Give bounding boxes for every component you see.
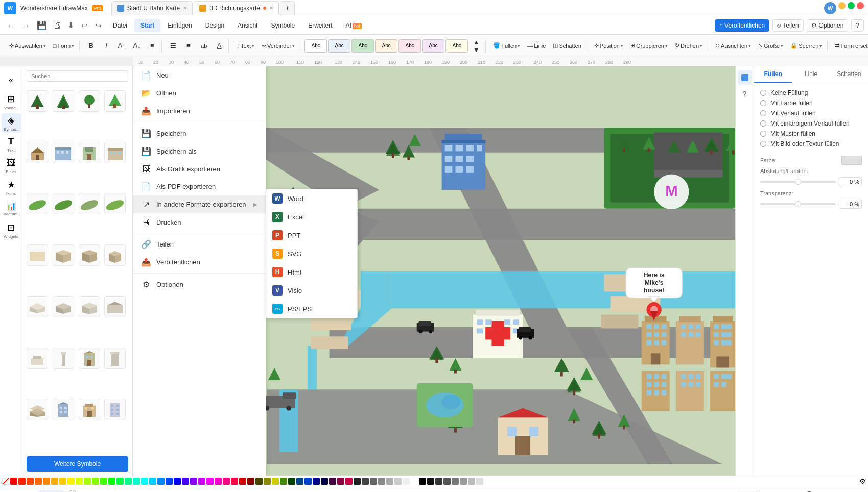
- connector-btn[interactable]: ↝Verbinder▾: [259, 40, 298, 51]
- menu-item-andere-formate[interactable]: ↗ In andere Formate exportieren ▶: [133, 195, 266, 213]
- menu-tab-ai[interactable]: AIhot: [339, 19, 368, 32]
- palette-color[interactable]: [223, 478, 230, 485]
- symbol-search-input[interactable]: [27, 70, 128, 82]
- style-box-5[interactable]: Abc: [398, 39, 421, 53]
- back-btn[interactable]: ←: [4, 19, 17, 32]
- symbol-item[interactable]: [79, 348, 100, 369]
- text-tool-btn[interactable]: TText▾: [233, 41, 257, 51]
- group-toolbar-btn[interactable]: ⊞Gruppieren▾: [627, 40, 671, 51]
- publish-btn[interactable]: ↑Veröffentlichen: [715, 19, 769, 32]
- undo-btn[interactable]: ↩: [78, 19, 90, 32]
- font-size-up-btn[interactable]: A↑: [114, 39, 129, 53]
- more-symbols-btn[interactable]: Weitere Symbole: [27, 456, 128, 472]
- symbol-item[interactable]: [104, 244, 126, 266]
- palette-color[interactable]: [255, 478, 263, 485]
- fill-option-farbe[interactable]: Mit Farbe füllen: [760, 100, 862, 107]
- palette-color[interactable]: [141, 478, 148, 485]
- fit-btn[interactable]: ⊡: [846, 490, 852, 493]
- palette-color[interactable]: [18, 478, 26, 485]
- style-box-4[interactable]: Abc: [375, 39, 397, 53]
- forward-btn[interactable]: →: [19, 19, 33, 32]
- right-icon-fill[interactable]: [738, 70, 752, 85]
- symbol-item[interactable]: [53, 399, 74, 420]
- tab-3d-richtung[interactable]: 3D Richtungskarte ✕: [194, 1, 279, 15]
- styles-more-btn[interactable]: ▲▼: [469, 39, 483, 53]
- symbol-item[interactable]: [79, 142, 100, 163]
- user-avatar[interactable]: W: [824, 2, 836, 14]
- share-btn[interactable]: ⎋Teilen: [772, 19, 803, 32]
- symbol-item[interactable]: [27, 90, 48, 112]
- palette-color[interactable]: [59, 478, 66, 485]
- tab-fuellen[interactable]: Füllen: [754, 66, 792, 83]
- sidebar-item-symbole[interactable]: ◈ Symbo..: [2, 113, 21, 133]
- menu-item-importieren[interactable]: 📥 Importieren: [133, 102, 266, 120]
- fill-option-verlauf[interactable]: Mit Verlauf füllen: [760, 110, 862, 117]
- font-size-down-btn[interactable]: A↓: [130, 39, 144, 53]
- palette-color[interactable]: [272, 478, 279, 485]
- palette-color[interactable]: [27, 478, 34, 485]
- fill-option-einfarbig[interactable]: Mit einfarbigem Verlauf füllen: [760, 120, 862, 127]
- radio-verlauf[interactable]: [760, 110, 766, 116]
- canvas-area[interactable]: Richtung 90 100 110 120 130 140 150 160 …: [133, 66, 735, 476]
- menu-tab-erweitert[interactable]: Erweitert: [302, 19, 338, 32]
- transparenz-input[interactable]: [839, 200, 862, 209]
- position-toolbar-btn[interactable]: ⊹Position▾: [591, 40, 626, 51]
- fill-option-bild[interactable]: Mit Bild oder Textur füllen: [760, 140, 862, 147]
- palette-color[interactable]: [215, 478, 222, 485]
- palette-color[interactable]: [10, 478, 17, 485]
- symbol-item[interactable]: [53, 244, 74, 266]
- zoom-in-btn[interactable]: +: [818, 490, 823, 493]
- symbol-item[interactable]: [79, 193, 100, 214]
- add-page-btn[interactable]: +: [68, 490, 77, 493]
- align-left-btn[interactable]: ≡: [145, 39, 159, 53]
- maximize-btn[interactable]: [848, 2, 855, 9]
- palette-color[interactable]: [403, 478, 410, 485]
- menu-item-veroeffentlichen[interactable]: 📤 Veröffentlichen: [133, 253, 266, 271]
- radio-farbe[interactable]: [760, 100, 766, 106]
- palette-color[interactable]: [108, 478, 115, 485]
- export-word[interactable]: W Word: [266, 189, 357, 208]
- tab-close-2[interactable]: ✕: [269, 5, 273, 11]
- palette-color[interactable]: [435, 478, 442, 485]
- symbol-item[interactable]: [79, 90, 100, 112]
- palette-color[interactable]: [51, 478, 58, 485]
- palette-color[interactable]: [76, 478, 83, 485]
- right-icon-help[interactable]: ?: [738, 87, 752, 101]
- sidebar-item-text[interactable]: T Text: [2, 135, 21, 154]
- ab-btn[interactable]: ab: [197, 39, 211, 53]
- palette-color[interactable]: [476, 478, 483, 485]
- radio-keine[interactable]: [760, 90, 766, 96]
- menu-item-als-pdf[interactable]: 📄 Als PDF exportieren: [133, 178, 266, 195]
- symbol-item[interactable]: [27, 399, 48, 420]
- palette-color[interactable]: [166, 478, 173, 485]
- palette-color[interactable]: [264, 478, 271, 485]
- style-box-6[interactable]: Abc: [422, 39, 444, 53]
- export-html[interactable]: H Html: [266, 263, 357, 281]
- symbol-item[interactable]: [53, 296, 74, 317]
- menu-tab-einfuegen[interactable]: Einfügen: [161, 19, 198, 32]
- replace-toolbar-btn[interactable]: ⇄Form ersetzen▾: [832, 40, 868, 51]
- add-tab-btn[interactable]: +: [280, 1, 295, 15]
- fill-toolbar-btn[interactable]: 🪣Füllen▾: [490, 40, 523, 51]
- radio-einfarbig[interactable]: [760, 120, 766, 127]
- palette-color[interactable]: [100, 478, 107, 485]
- fit-page-btn[interactable]: ⊞: [856, 490, 862, 493]
- bold-btn[interactable]: B: [84, 39, 98, 53]
- symbol-item[interactable]: [104, 399, 126, 420]
- palette-color[interactable]: [239, 478, 246, 485]
- fill-option-muster[interactable]: Mit Muster füllen: [760, 130, 862, 137]
- print-btn[interactable]: 🖨: [51, 19, 63, 32]
- palette-color[interactable]: [427, 478, 434, 485]
- palette-color[interactable]: [386, 478, 393, 485]
- menu-item-teilen[interactable]: 🔗 Teilen: [133, 235, 266, 253]
- transparenz-thumb[interactable]: [795, 201, 801, 207]
- palette-color[interactable]: [288, 478, 295, 485]
- palette-color[interactable]: [362, 478, 369, 485]
- tab-linie[interactable]: Linie: [792, 66, 830, 83]
- export-svg[interactable]: S SVG: [266, 244, 357, 263]
- symbol-item[interactable]: [79, 244, 100, 266]
- close-btn[interactable]: [857, 2, 864, 9]
- minimize-btn[interactable]: [838, 2, 846, 9]
- palette-color[interactable]: [394, 478, 402, 485]
- style-box-2[interactable]: Abc: [328, 39, 350, 53]
